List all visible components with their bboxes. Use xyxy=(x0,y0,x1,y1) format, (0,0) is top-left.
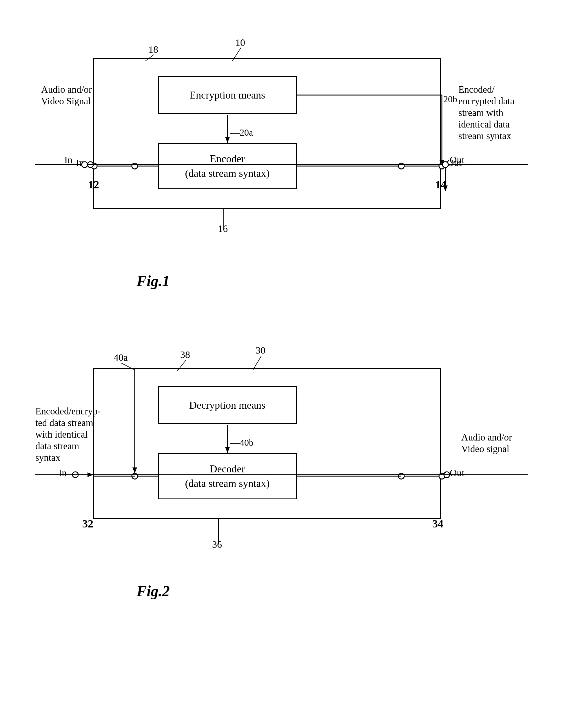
svg-text:36: 36 xyxy=(212,539,222,550)
svg-text:Out: Out xyxy=(447,157,462,168)
fig1-caption: Fig.1 xyxy=(137,272,170,290)
svg-point-49 xyxy=(398,473,404,479)
svg-text:Audio and/or: Audio and/or xyxy=(41,84,92,95)
figure-2-container: Decryption means Decoder(data stream syn… xyxy=(35,345,528,620)
svg-text:—20a: —20a xyxy=(230,127,253,138)
svg-text:38: 38 xyxy=(180,349,190,360)
svg-marker-5 xyxy=(440,160,444,166)
svg-point-28 xyxy=(442,162,448,168)
encoder-label: Encoder(data stream syntax) xyxy=(185,152,270,181)
svg-point-56 xyxy=(439,473,445,479)
svg-point-11 xyxy=(91,163,97,169)
encryption-means-box: Encryption means xyxy=(158,76,297,114)
svg-text:stream syntax: stream syntax xyxy=(458,131,511,141)
svg-point-70 xyxy=(444,472,450,478)
svg-point-68 xyxy=(72,472,78,478)
svg-marker-55 xyxy=(132,467,137,473)
svg-point-48 xyxy=(132,473,138,479)
decoder-box: Decoder(data stream syntax) xyxy=(158,453,297,499)
fig2-caption: Fig.2 xyxy=(137,583,170,600)
figure-1-container: Encryption means Encoder(data stream syn… xyxy=(35,35,528,310)
fig1-outer-box: Encryption means Encoder(data stream syn… xyxy=(93,58,441,209)
svg-point-43 xyxy=(442,162,448,168)
svg-point-16 xyxy=(88,162,93,168)
svg-point-7 xyxy=(398,163,404,169)
svg-text:Encoded/: Encoded/ xyxy=(458,84,495,95)
svg-text:—40b: —40b xyxy=(230,437,254,448)
decryption-means-box: Decryption means xyxy=(158,386,297,424)
decoder-label: Decoder(data stream syntax) xyxy=(185,462,270,491)
svg-text:data stream: data stream xyxy=(35,441,79,451)
svg-text:encrypted data: encrypted data xyxy=(458,96,515,106)
svg-point-9 xyxy=(439,163,445,169)
encoder-box: Encoder(data stream syntax) xyxy=(158,143,297,189)
svg-text:18: 18 xyxy=(148,44,158,55)
svg-text:In: In xyxy=(64,154,72,165)
svg-text:In: In xyxy=(76,157,84,168)
svg-text:ted data stream: ted data stream xyxy=(35,418,93,428)
svg-text:32: 32 xyxy=(82,518,93,530)
svg-point-13 xyxy=(132,163,138,169)
svg-text:Encoded/encryp-: Encoded/encryp- xyxy=(35,406,101,416)
svg-text:Video signal: Video signal xyxy=(461,444,509,454)
svg-text:Out: Out xyxy=(450,467,465,478)
svg-text:Video Signal: Video Signal xyxy=(41,96,91,106)
svg-marker-46 xyxy=(225,447,230,453)
svg-text:Out: Out xyxy=(450,154,465,165)
svg-text:34: 34 xyxy=(432,518,443,530)
svg-marker-72 xyxy=(88,472,93,477)
svg-text:Audio and/or: Audio and/or xyxy=(461,432,512,443)
page: Encryption means Encoder(data stream syn… xyxy=(0,0,563,728)
encryption-means-label: Encryption means xyxy=(190,89,265,101)
svg-text:20b: 20b xyxy=(443,94,457,104)
svg-marker-1 xyxy=(225,137,230,143)
svg-text:stream with: stream with xyxy=(458,108,503,118)
svg-text:30: 30 xyxy=(256,345,265,356)
svg-text:syntax: syntax xyxy=(35,452,61,463)
decryption-means-label: Decryption means xyxy=(189,399,265,411)
svg-text:with identical: with identical xyxy=(35,429,88,440)
svg-marker-39 xyxy=(443,185,448,191)
svg-text:identical data: identical data xyxy=(458,119,510,130)
svg-text:16: 16 xyxy=(218,223,228,234)
svg-point-41 xyxy=(82,162,88,168)
fig2-outer-box: Decryption means Decoder(data stream syn… xyxy=(93,368,441,519)
svg-text:In: In xyxy=(59,467,67,478)
svg-text:10: 10 xyxy=(235,37,245,48)
svg-text:40a: 40a xyxy=(114,352,128,363)
